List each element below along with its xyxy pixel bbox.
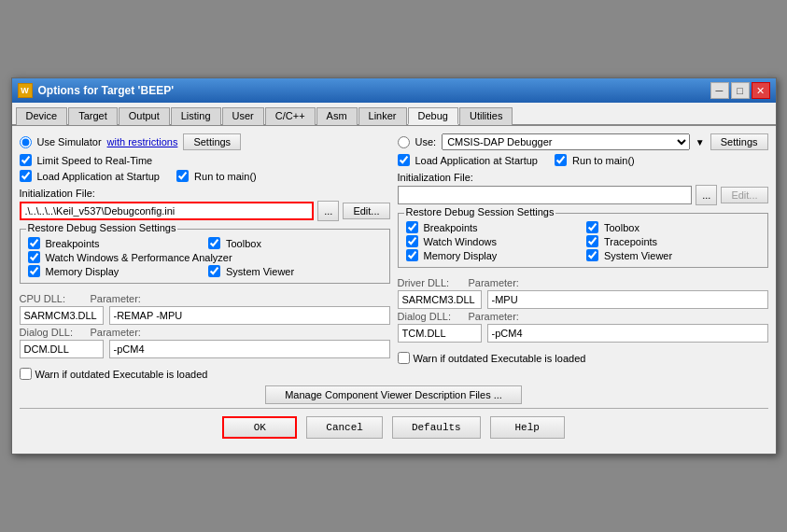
limit-speed-checkbox[interactable] bbox=[20, 154, 32, 166]
tab-listing[interactable]: Listing bbox=[171, 107, 221, 125]
tab-asm[interactable]: Asm bbox=[316, 107, 358, 125]
left-breakpoints-label: Breakpoints bbox=[46, 238, 100, 249]
right-browse-button[interactable]: ... bbox=[696, 185, 717, 205]
right-init-file-input[interactable] bbox=[398, 186, 693, 204]
divider bbox=[20, 408, 768, 409]
left-cpu-dll-row: CPU DLL: Parameter: bbox=[20, 293, 390, 304]
title-bar-left: W Options for Target 'BEEP' bbox=[18, 83, 175, 98]
left-cpu-param-input[interactable] bbox=[109, 306, 390, 325]
left-memory-checkbox[interactable] bbox=[28, 265, 40, 277]
ok-cancel-row: OK Cancel Defaults Help bbox=[20, 411, 768, 446]
right-tracepoints-checkbox[interactable] bbox=[586, 235, 598, 247]
right-tracepoints-label: Tracepoints bbox=[604, 236, 657, 247]
title-controls: ─ □ ✕ bbox=[710, 82, 770, 99]
manage-btn-row: Manage Component Viewer Description File… bbox=[20, 385, 768, 404]
tab-target[interactable]: Target bbox=[68, 107, 118, 125]
right-memory-checkbox[interactable] bbox=[406, 249, 418, 261]
tab-cpp[interactable]: C/C++ bbox=[265, 107, 316, 125]
title-bar: W Options for Target 'BEEP' ─ □ ✕ bbox=[12, 78, 776, 103]
left-load-app-checkbox[interactable] bbox=[20, 170, 32, 182]
left-cpu-param-label: Parameter: bbox=[91, 293, 156, 304]
tab-bar: Device Target Output Listing User C/C++ … bbox=[12, 103, 776, 126]
use-simulator-label: Use Simulator bbox=[37, 136, 102, 147]
left-memory-row: Memory Display bbox=[28, 265, 202, 277]
right-dialog-param-input[interactable] bbox=[487, 324, 768, 343]
right-breakpoints-row: Breakpoints bbox=[406, 221, 580, 233]
right-load-app-label: Load Application at Startup bbox=[415, 155, 538, 166]
use-debugger-row: Use: CMSIS-DAP Debugger ▼ Settings bbox=[398, 133, 768, 150]
tab-device[interactable]: Device bbox=[16, 107, 68, 125]
cancel-button[interactable]: Cancel bbox=[306, 416, 383, 439]
tab-user[interactable]: User bbox=[222, 107, 264, 125]
right-load-app-checkbox[interactable] bbox=[398, 154, 410, 166]
tab-debug[interactable]: Debug bbox=[408, 107, 458, 125]
right-restore-group-title: Restore Debug Session Settings bbox=[404, 206, 556, 217]
left-warn-checkbox[interactable] bbox=[20, 368, 32, 380]
left-browse-button[interactable]: ... bbox=[317, 201, 339, 221]
tab-output[interactable]: Output bbox=[119, 107, 170, 125]
left-run-to-main-checkbox[interactable] bbox=[176, 170, 189, 182]
help-button[interactable]: Help bbox=[490, 416, 565, 439]
use-simulator-row: Use Simulator with restrictions Settings bbox=[20, 133, 390, 150]
use-simulator-radio[interactable] bbox=[20, 136, 32, 148]
right-breakpoints-checkbox[interactable] bbox=[406, 221, 418, 233]
left-breakpoints-checkbox[interactable] bbox=[28, 237, 40, 249]
tab-linker[interactable]: Linker bbox=[358, 107, 407, 125]
left-dialog-dll-label: Dialog DLL: bbox=[20, 327, 85, 338]
two-column-layout: Use Simulator with restrictions Settings… bbox=[20, 133, 768, 380]
left-toolbox-checkbox[interactable] bbox=[208, 237, 220, 249]
right-sysviewer-checkbox[interactable] bbox=[586, 249, 598, 261]
ok-button[interactable]: OK bbox=[222, 416, 297, 439]
with-restrictions-link[interactable]: with restrictions bbox=[107, 136, 178, 147]
left-cpu-dll-inputs bbox=[20, 306, 390, 325]
use-debugger-radio[interactable] bbox=[398, 136, 410, 148]
debugger-dropdown-icon[interactable]: ▼ bbox=[696, 137, 705, 147]
right-driver-dll-label: Driver DLL: bbox=[398, 277, 463, 288]
right-tracepoints-row: Tracepoints bbox=[586, 235, 760, 247]
main-content: Use Simulator with restrictions Settings… bbox=[12, 126, 776, 454]
left-sysviewer-checkbox[interactable] bbox=[208, 265, 220, 277]
options-window: W Options for Target 'BEEP' ─ □ ✕ Device… bbox=[11, 77, 777, 455]
manage-button[interactable]: Manage Component Viewer Description File… bbox=[265, 385, 522, 404]
limit-speed-label: Limit Speed to Real-Time bbox=[37, 155, 153, 166]
right-dll-section: Driver DLL: Parameter: Dialog DLL: Param… bbox=[398, 277, 768, 344]
left-init-file-input[interactable] bbox=[20, 202, 315, 220]
left-sysviewer-label: System Viewer bbox=[226, 266, 294, 277]
left-watch-row: Watch Windows & Performance Analyzer bbox=[28, 251, 382, 263]
left-cpu-dll-input[interactable] bbox=[20, 306, 104, 325]
right-run-to-main-checkbox[interactable] bbox=[555, 154, 567, 166]
close-button[interactable]: ✕ bbox=[752, 82, 770, 99]
left-cpu-dll-label: CPU DLL: bbox=[20, 293, 85, 304]
left-dialog-param-label: Parameter: bbox=[91, 327, 156, 338]
right-toolbox-checkbox[interactable] bbox=[586, 221, 598, 233]
right-edit-button[interactable]: Edit... bbox=[721, 187, 767, 203]
left-edit-button[interactable]: Edit... bbox=[343, 203, 389, 219]
defaults-button[interactable]: Defaults bbox=[392, 416, 481, 439]
left-run-to-main-label: Run to main() bbox=[194, 171, 257, 182]
left-warn-label: Warn if outdated Executable is loaded bbox=[35, 369, 208, 380]
maximize-button[interactable]: □ bbox=[731, 82, 750, 99]
right-warn-row: Warn if outdated Executable is loaded bbox=[398, 352, 768, 364]
tab-utilities[interactable]: Utilities bbox=[459, 107, 513, 125]
left-column: Use Simulator with restrictions Settings… bbox=[20, 133, 390, 380]
right-warn-checkbox[interactable] bbox=[398, 352, 410, 364]
right-settings-button[interactable]: Settings bbox=[710, 133, 768, 150]
left-watch-checkbox[interactable] bbox=[28, 251, 40, 263]
right-toolbox-row: Toolbox bbox=[586, 221, 760, 233]
limit-speed-row: Limit Speed to Real-Time bbox=[20, 154, 390, 166]
debugger-select[interactable]: CMSIS-DAP Debugger bbox=[442, 133, 690, 150]
right-driver-dll-input[interactable] bbox=[398, 290, 482, 309]
right-watch-row: Watch Windows bbox=[406, 235, 580, 247]
left-dialog-param-input[interactable] bbox=[109, 340, 390, 358]
left-dll-section: CPU DLL: Parameter: Dialog DLL: Paramete… bbox=[20, 293, 390, 360]
left-dialog-dll-input[interactable] bbox=[20, 340, 104, 358]
right-breakpoints-label: Breakpoints bbox=[424, 222, 478, 233]
right-watch-checkbox[interactable] bbox=[406, 235, 418, 247]
minimize-button[interactable]: ─ bbox=[710, 82, 729, 99]
right-dialog-dll-input[interactable] bbox=[398, 324, 482, 343]
left-settings-button[interactable]: Settings bbox=[183, 133, 241, 150]
right-init-file-label: Initialization File: bbox=[398, 172, 768, 183]
left-toolbox-row: Toolbox bbox=[208, 237, 382, 249]
right-driver-param-input[interactable] bbox=[487, 290, 768, 309]
right-checkbox-grid: Breakpoints Toolbox Watch Windows T bbox=[406, 221, 760, 261]
